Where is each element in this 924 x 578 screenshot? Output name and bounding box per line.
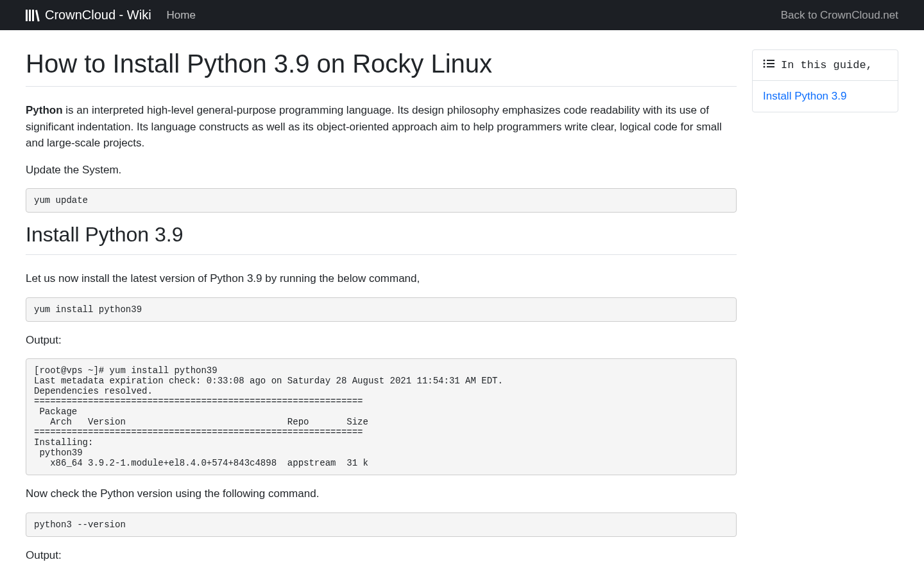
svg-point-4 — [764, 60, 766, 62]
svg-rect-7 — [767, 63, 774, 64]
toc-card: In this guide, Install Python 3.9 — [752, 49, 898, 112]
install-text: Let us now install the latest version of… — [26, 270, 737, 287]
code-block-install: yum install python39 — [26, 297, 737, 322]
toc-title: In this guide, — [781, 59, 873, 71]
svg-rect-9 — [767, 66, 774, 67]
intro-paragraph: Python is an interpreted high-level gene… — [26, 102, 737, 152]
container: How to Install Python 3.9 on Rocky Linux… — [0, 30, 924, 578]
output2-label: Output: — [26, 547, 737, 564]
title-rule — [26, 86, 737, 87]
intro-bold: Python — [26, 104, 63, 116]
navbar: CrownCloud - Wiki Home Back to CrownClou… — [0, 0, 924, 30]
sidebar: In this guide, Install Python 3.9 — [752, 49, 898, 574]
navbar-left: CrownCloud - Wiki Home — [26, 8, 196, 22]
svg-rect-2 — [32, 10, 34, 21]
code-block-version: python3 --version — [26, 512, 737, 537]
output1-label: Output: — [26, 332, 737, 349]
code-block-update: yum update — [26, 188, 737, 213]
intro-rest: is an interpreted high-level general-pur… — [26, 104, 722, 149]
section-install-heading: Install Python 3.9 — [26, 223, 737, 247]
update-text: Update the System. — [26, 162, 737, 179]
svg-point-8 — [764, 66, 766, 68]
books-icon — [26, 9, 40, 22]
check-text: Now check the Python version using the f… — [26, 486, 737, 502]
svg-rect-0 — [26, 10, 28, 21]
main-content: How to Install Python 3.9 on Rocky Linux… — [26, 49, 737, 574]
list-icon — [763, 59, 774, 71]
svg-rect-3 — [35, 10, 40, 21]
nav-home[interactable]: Home — [167, 9, 196, 22]
svg-rect-5 — [767, 60, 774, 61]
nav-back[interactable]: Back to CrownCloud.net — [781, 9, 898, 22]
toc-link-install[interactable]: Install Python 3.9 — [763, 90, 846, 102]
svg-point-6 — [764, 63, 766, 65]
code-block-output1: [root@vps ~]# yum install python39 Last … — [26, 358, 737, 475]
brand-link[interactable]: CrownCloud - Wiki — [26, 8, 151, 22]
install-rule — [26, 254, 737, 255]
svg-rect-1 — [29, 10, 31, 21]
toc-body: Install Python 3.9 — [753, 81, 898, 112]
toc-header: In this guide, — [753, 50, 898, 81]
page-title: How to Install Python 3.9 on Rocky Linux — [26, 49, 737, 78]
brand-text: CrownCloud - Wiki — [45, 8, 151, 22]
